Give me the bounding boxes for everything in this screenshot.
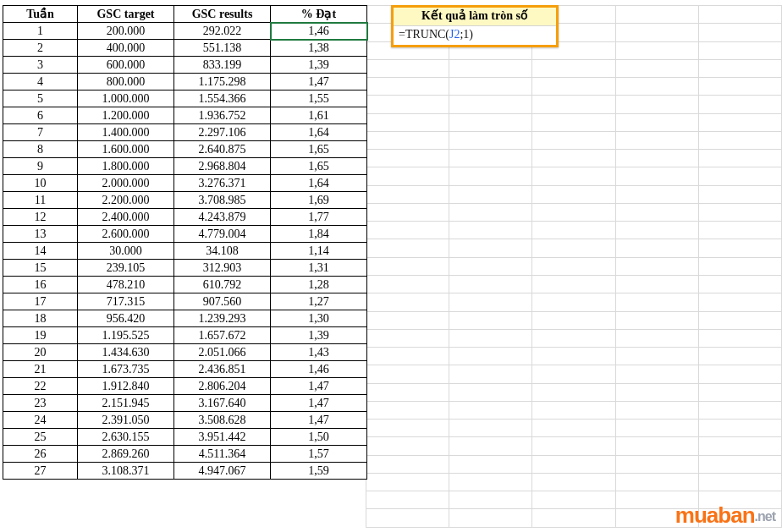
blank-cell[interactable] xyxy=(615,311,698,329)
cell-target[interactable]: 1.195.525 xyxy=(78,327,174,344)
cell-dat[interactable]: 1,38 xyxy=(271,40,367,57)
cell-target[interactable]: 1.912.840 xyxy=(78,378,174,395)
cell-dat[interactable]: 1,61 xyxy=(271,107,367,124)
data-table[interactable]: Tuần GSC target GSC results % Đạt 1200.0… xyxy=(3,5,367,480)
cell-results[interactable]: 1.239.293 xyxy=(174,310,271,327)
cell-results[interactable]: 292.022 xyxy=(174,23,271,40)
blank-cell[interactable] xyxy=(615,365,698,383)
blank-cell[interactable] xyxy=(449,275,532,293)
cell-dat[interactable]: 1,65 xyxy=(271,158,367,175)
cell-dat[interactable]: 1,47 xyxy=(271,395,367,412)
blank-cell[interactable] xyxy=(366,203,449,221)
cell-tuan[interactable]: 27 xyxy=(3,463,78,480)
blank-cell[interactable] xyxy=(615,401,698,419)
blank-cell[interactable] xyxy=(449,365,532,383)
blank-cell[interactable] xyxy=(449,293,532,311)
cell-dat[interactable]: 1,77 xyxy=(271,209,367,226)
blank-cell[interactable] xyxy=(449,473,532,491)
cell-tuan[interactable]: 7 xyxy=(3,124,78,141)
blank-cell[interactable] xyxy=(532,113,615,131)
blank-cell[interactable] xyxy=(532,239,615,257)
cell-results[interactable]: 907.560 xyxy=(174,293,271,310)
blank-cell[interactable] xyxy=(698,293,781,311)
blank-cell[interactable] xyxy=(449,222,532,239)
cell-tuan[interactable]: 16 xyxy=(3,277,78,293)
cell-dat[interactable]: 1,14 xyxy=(271,243,367,260)
blank-cell[interactable] xyxy=(615,96,698,113)
blank-cell[interactable] xyxy=(366,150,449,167)
cell-dat[interactable]: 1,39 xyxy=(271,57,367,74)
cell-tuan[interactable]: 6 xyxy=(3,107,78,124)
cell-tuan[interactable]: 19 xyxy=(3,327,78,344)
cell-tuan[interactable]: 17 xyxy=(3,293,78,310)
blank-cell[interactable] xyxy=(449,167,532,185)
blank-cell[interactable] xyxy=(449,113,532,131)
cell-tuan[interactable]: 8 xyxy=(3,141,78,158)
cell-tuan[interactable]: 20 xyxy=(3,344,78,361)
blank-cell[interactable] xyxy=(698,185,781,203)
blank-cell[interactable] xyxy=(698,401,781,419)
cell-results[interactable]: 551.138 xyxy=(174,40,271,57)
col-header-round[interactable]: Kết quả làm tròn số xyxy=(394,8,556,26)
cell-dat[interactable]: 1,46 xyxy=(271,23,367,40)
cell-tuan[interactable]: 26 xyxy=(3,446,78,463)
blank-cell[interactable] xyxy=(615,239,698,257)
blank-cell[interactable] xyxy=(449,437,532,455)
blank-cell[interactable] xyxy=(449,491,532,509)
blank-cell[interactable] xyxy=(532,59,615,77)
cell-dat[interactable]: 1,59 xyxy=(271,463,367,480)
blank-cell[interactable] xyxy=(366,455,449,473)
cell-results[interactable]: 2.640.875 xyxy=(174,141,271,158)
blank-cell[interactable] xyxy=(615,383,698,401)
cell-results[interactable]: 4.511.364 xyxy=(174,446,271,463)
cell-tuan[interactable]: 9 xyxy=(3,158,78,175)
formula-cell[interactable]: =TRUNC(J2;1) xyxy=(394,26,556,45)
blank-cell[interactable] xyxy=(449,509,532,528)
cell-results[interactable]: 1.554.366 xyxy=(174,90,271,107)
cell-target[interactable]: 1.673.735 xyxy=(78,361,174,378)
cell-tuan[interactable]: 11 xyxy=(3,192,78,209)
blank-cell[interactable] xyxy=(366,59,449,77)
blank-cell[interactable] xyxy=(366,293,449,311)
cell-dat[interactable]: 1,43 xyxy=(271,344,367,361)
blank-cell[interactable] xyxy=(698,437,781,455)
blank-cell[interactable] xyxy=(532,329,615,347)
blank-cell[interactable] xyxy=(366,420,449,437)
blank-cell[interactable] xyxy=(532,150,615,167)
blank-cell[interactable] xyxy=(532,275,615,293)
blank-cell[interactable] xyxy=(532,473,615,491)
cell-target[interactable]: 2.151.945 xyxy=(78,395,174,412)
cell-target[interactable]: 2.400.000 xyxy=(78,209,174,226)
blank-cell[interactable] xyxy=(449,185,532,203)
cell-target[interactable]: 2.600.000 xyxy=(78,226,174,243)
blank-cell[interactable] xyxy=(615,275,698,293)
cell-target[interactable]: 1.800.000 xyxy=(78,158,174,175)
col-header-results[interactable]: GSC results xyxy=(174,6,271,23)
cell-results[interactable]: 3.951.442 xyxy=(174,429,271,446)
blank-cell[interactable] xyxy=(698,167,781,185)
blank-cell[interactable] xyxy=(366,275,449,293)
blank-cell[interactable] xyxy=(615,41,698,59)
cell-results[interactable]: 3.708.985 xyxy=(174,192,271,209)
cell-target[interactable]: 717.315 xyxy=(78,293,174,310)
blank-cell[interactable] xyxy=(698,329,781,347)
blank-cell[interactable] xyxy=(615,293,698,311)
blank-cell[interactable] xyxy=(449,348,532,365)
cell-results[interactable]: 1.657.672 xyxy=(174,327,271,344)
cell-tuan[interactable]: 1 xyxy=(3,23,78,40)
blank-cell[interactable] xyxy=(615,348,698,365)
cell-results[interactable]: 833.199 xyxy=(174,57,271,74)
cell-tuan[interactable]: 24 xyxy=(3,412,78,429)
cell-dat[interactable]: 1,84 xyxy=(271,226,367,243)
blank-cell[interactable] xyxy=(532,455,615,473)
cell-dat[interactable]: 1,28 xyxy=(271,277,367,293)
cell-target[interactable]: 2.869.260 xyxy=(78,446,174,463)
cell-dat[interactable]: 1,50 xyxy=(271,429,367,446)
cell-results[interactable]: 34.108 xyxy=(174,243,271,260)
cell-tuan[interactable]: 10 xyxy=(3,175,78,192)
blank-cell[interactable] xyxy=(698,131,781,149)
cell-dat[interactable]: 1,31 xyxy=(271,260,367,277)
blank-cell[interactable] xyxy=(366,222,449,239)
blank-cell[interactable] xyxy=(698,96,781,113)
blank-cell[interactable] xyxy=(615,437,698,455)
